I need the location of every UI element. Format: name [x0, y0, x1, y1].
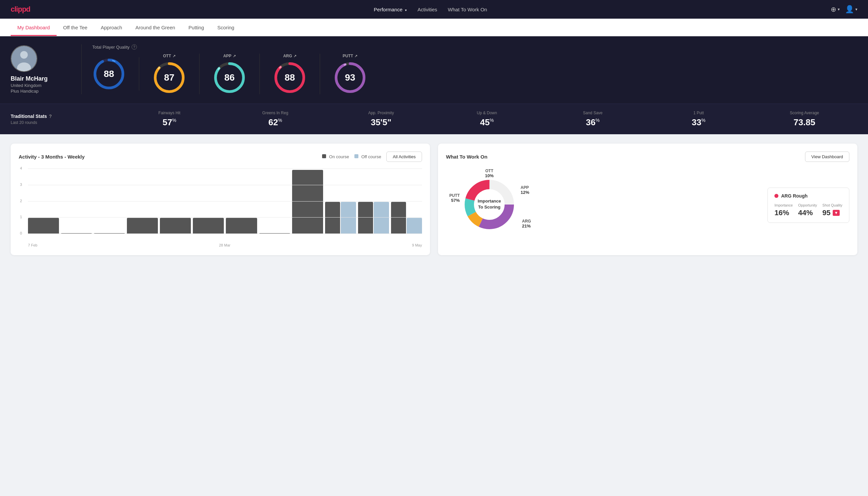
view-dashboard-button[interactable]: View Dashboard: [805, 152, 849, 162]
traditional-stats-title: Traditional Stats ?: [11, 113, 116, 119]
score-app: APP ↗ 86: [200, 53, 260, 94]
stat-scoring-avg: Scoring Average 73.85: [752, 111, 857, 128]
player-country: United Kingdom: [11, 83, 42, 88]
total-circle: 88: [92, 57, 126, 91]
arg-info-card: ARG Rough Importance 16% Opportunity 44%…: [768, 188, 849, 223]
bar-off-9: [341, 202, 356, 234]
hero-section: Blair McHarg United Kingdom Plus Handica…: [0, 36, 868, 104]
activity-card: Activity - 3 Months - Weekly On course O…: [11, 143, 430, 255]
arg-opportunity-label: Opportunity: [798, 203, 817, 207]
donut-ann-arg: ARG 21%: [522, 219, 531, 229]
tab-approach[interactable]: Approach: [94, 19, 129, 36]
ott-arrow-icon: ↗: [173, 54, 175, 58]
tab-my-dashboard[interactable]: My Dashboard: [11, 19, 57, 36]
arg-importance-value: 16%: [774, 208, 789, 217]
donut-ann-ott: OTT 10%: [485, 169, 494, 178]
content-area: Activity - 3 Months - Weekly On course O…: [0, 134, 868, 264]
bar-chart-container: 4 3 2 1 0: [19, 169, 422, 247]
arg-arrow-icon: ↗: [294, 54, 297, 58]
arg-value: 88: [284, 72, 295, 83]
score-putt: PUTT ↗ 93: [320, 53, 380, 94]
user-menu-button[interactable]: 👤 ▾: [845, 5, 857, 14]
score-total: 88: [92, 57, 139, 91]
score-ott: OTT ↗ 87: [139, 53, 200, 94]
trad-stats-help-icon[interactable]: ?: [49, 113, 52, 119]
stat-up-down: Up & Down 45%: [434, 111, 540, 128]
bar-on-5: [193, 218, 224, 234]
arg-opportunity-col: Opportunity 44%: [798, 203, 817, 217]
activity-card-header: Activity - 3 Months - Weekly On course O…: [19, 152, 422, 162]
score-arg: ARG ↗ 88: [260, 53, 320, 94]
grid-line-3: 3: [28, 185, 422, 185]
app-label: APP ↗: [223, 53, 236, 58]
whattowork-title: What To Work On: [446, 154, 487, 159]
activity-card-title: Activity - 3 Months - Weekly: [19, 154, 84, 159]
traditional-stats-row: Traditional Stats ? Last 20 rounds Fairw…: [0, 104, 868, 134]
bar-group-6: [226, 218, 257, 234]
nav-right: ⊕ ▾ 👤 ▾: [831, 5, 857, 14]
x-label-feb: 7 Feb: [28, 243, 37, 247]
tpq-help-icon[interactable]: ?: [131, 44, 137, 50]
grid-line-4: 4: [28, 169, 422, 169]
arg-shot-quality-label: Shot Quality: [822, 203, 842, 207]
nav-activities[interactable]: Activities: [417, 7, 437, 12]
tabs-bar: My Dashboard Off the Tee Approach Around…: [0, 19, 868, 36]
bar-group-11: [391, 202, 422, 234]
bar-group-9: [325, 202, 356, 234]
stat-fairways: Fairways Hit 57%: [116, 111, 222, 128]
donut-chart-wrapper: OTT 10% APP 12% ARG 21% PUTT 57%: [446, 169, 533, 242]
stat-sand-save: Sand Save 36%: [540, 111, 646, 128]
arg-shot-quality-value: 95 ▼: [822, 208, 840, 217]
bar-group-10: [358, 202, 389, 234]
bar-chart: 4 3 2 1 0: [19, 169, 422, 242]
performance-dropdown-icon: ▾: [405, 8, 407, 12]
putt-value: 93: [345, 72, 355, 83]
all-activities-button[interactable]: All Activities: [386, 152, 422, 162]
tab-putting[interactable]: Putting: [182, 19, 211, 36]
arg-dot-icon: [774, 194, 778, 198]
player-handicap: Plus Handicap: [11, 89, 38, 94]
bar-on-6: [226, 218, 257, 234]
svg-point-1: [20, 51, 28, 59]
activity-legend: On course Off course: [322, 154, 381, 159]
arg-importance-col: Importance 16%: [774, 203, 793, 217]
bar-group-7: [259, 233, 290, 234]
x-label-mar: 28 Mar: [219, 243, 230, 247]
ott-circle: 87: [153, 61, 186, 94]
tab-off-tee[interactable]: Off the Tee: [57, 19, 94, 36]
putt-label: PUTT ↗: [343, 53, 358, 58]
legend-on-course: On course: [322, 154, 349, 159]
chart-x-labels: 7 Feb 28 Mar 9 May: [19, 243, 422, 247]
bar-off-11: [407, 218, 422, 234]
add-button[interactable]: ⊕ ▾: [831, 5, 840, 13]
nav-what-to-work-on[interactable]: What To Work On: [448, 7, 487, 12]
player-avatar: [11, 45, 37, 72]
bar-on-2: [94, 233, 125, 234]
bar-on-9: [325, 202, 341, 234]
ott-label: OTT ↗: [163, 53, 175, 58]
x-label-may: 9 May: [412, 243, 422, 247]
putt-circle: 93: [333, 61, 367, 94]
bar-group-8: [292, 170, 323, 234]
donut-ann-putt: PUTT 57%: [449, 193, 460, 203]
ott-value: 87: [164, 72, 174, 83]
logo: clippd: [11, 5, 30, 14]
tab-scoring[interactable]: Scoring: [211, 19, 241, 36]
grid-line-2: 2: [28, 201, 422, 202]
arg-circle: 88: [273, 61, 306, 94]
app-arrow-icon: ↗: [233, 54, 236, 58]
arg-importance-label: Importance: [774, 203, 793, 207]
tab-around-green[interactable]: Around the Green: [129, 19, 182, 36]
putt-arrow-icon: ↗: [354, 54, 358, 58]
legend-off-course: Off course: [354, 154, 381, 159]
player-info: Blair McHarg United Kingdom Plus Handica…: [11, 45, 70, 94]
shot-quality-badge: ▼: [833, 210, 840, 216]
bar-on-8: [292, 170, 323, 234]
bar-group-1: [61, 233, 92, 234]
nav-performance[interactable]: Performance ▾: [374, 7, 407, 12]
bar-on-7: [259, 233, 290, 234]
arg-opportunity-value: 44%: [798, 208, 813, 217]
what-to-work-on-card: What To Work On View Dashboard OTT 10% A…: [438, 143, 857, 255]
score-circles: 88 OTT ↗ 87: [92, 53, 857, 94]
bar-group-5: [193, 218, 224, 234]
